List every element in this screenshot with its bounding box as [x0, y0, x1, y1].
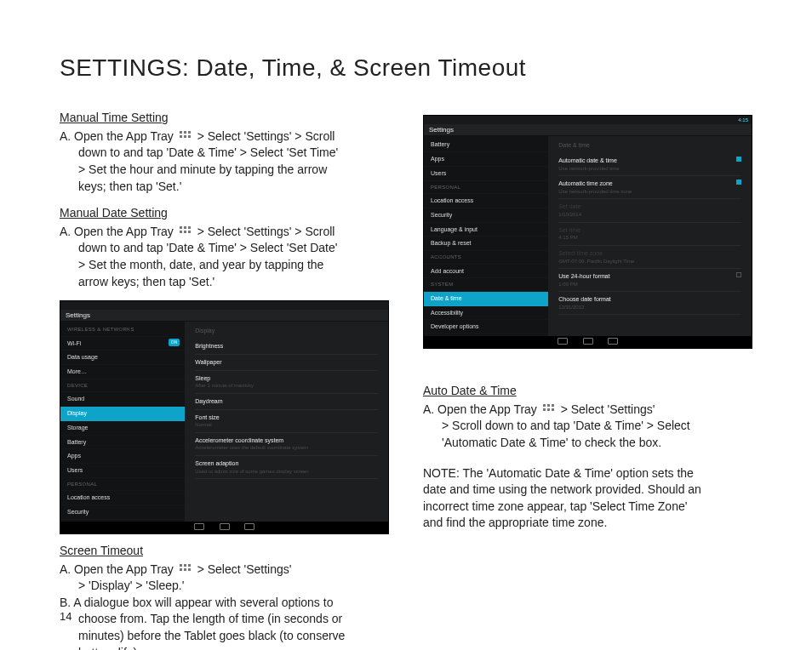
nav-developer[interactable]: Developer options	[424, 320, 548, 334]
manual-date-heading: Manual Date Setting	[60, 205, 389, 222]
home-button[interactable]	[220, 523, 230, 530]
instruction-line: > Scroll down to and tap 'Date & Time' >…	[423, 418, 752, 435]
setting-brightness[interactable]: Brightness	[195, 339, 378, 355]
nav-security[interactable]: Security	[60, 505, 185, 520]
text: A. Open the App Tray	[60, 562, 177, 576]
nav-storage[interactable]: Storage	[60, 421, 185, 436]
content-heading: Date & time	[558, 140, 741, 153]
recent-button[interactable]	[608, 338, 618, 345]
checkbox-icon[interactable]	[736, 180, 741, 185]
nav-category: SYSTEM	[424, 278, 548, 291]
note-line: date and time using the network provided…	[423, 482, 752, 499]
nav-battery[interactable]: Battery	[60, 436, 185, 450]
setting-set-time: Set time4:15 PM	[558, 223, 741, 246]
setting-auto-time-zone[interactable]: Automatic time zoneUse network-provided …	[558, 176, 741, 199]
left-column: Manual Time Setting A. Open the App Tray…	[60, 110, 389, 650]
nav-apps[interactable]: Apps	[60, 449, 185, 464]
nav-location[interactable]: Location access	[60, 491, 185, 505]
manual-time-heading: Manual Time Setting	[60, 110, 389, 127]
nav-data-usage[interactable]: Data usage	[60, 351, 185, 365]
app-tray-icon	[179, 130, 192, 142]
nav-security[interactable]: Security	[424, 208, 548, 223]
instruction-line: battery life).	[60, 645, 389, 650]
setting-24-hour[interactable]: Use 24-hour format1:00 PM	[558, 269, 741, 292]
text: > Select 'Settings'	[197, 562, 292, 576]
checkbox-icon[interactable]	[736, 157, 741, 162]
setting-wallpaper[interactable]: Wallpaper	[195, 355, 378, 371]
instruction-line: down to and tap 'Date & Time' > Select '…	[60, 145, 389, 162]
text: > Select 'Settings' > Scroll	[197, 225, 335, 238]
nav-language[interactable]: Language & input	[424, 223, 548, 237]
instruction-line: minutes) before the Tablet goes black (t…	[60, 628, 389, 645]
instruction-line: B. A dialogue box will appear with sever…	[60, 595, 389, 612]
instruction-line: keys; then tap 'Set.'	[60, 179, 389, 196]
content-heading: Display	[195, 325, 378, 339]
setting-accelerometer[interactable]: Accelerometer coordinate systemAccelerom…	[195, 433, 378, 456]
nav-backup[interactable]: Backup & reset	[424, 237, 548, 251]
settings-nav: WIRELESS & NETWORKS Wi-FiON Data usage M…	[60, 322, 185, 522]
nav-users[interactable]: Users	[424, 167, 548, 181]
app-tray-icon	[542, 403, 556, 415]
text: A. Open the App Tray	[423, 402, 540, 416]
nav-apps[interactable]: Apps	[424, 152, 548, 167]
app-tray-icon	[179, 563, 192, 575]
nav-location[interactable]: Location access	[424, 194, 548, 208]
home-button[interactable]	[583, 338, 593, 345]
nav-category: WIRELESS & NETWORKS	[60, 323, 185, 336]
note-line: NOTE: The 'Automatic Date & Time' option…	[423, 465, 752, 482]
note-block: NOTE: The 'Automatic Date & Time' option…	[423, 465, 752, 532]
nav-display[interactable]: Display	[60, 407, 185, 421]
status-time: 4:15	[738, 117, 748, 123]
nav-battery[interactable]: Battery	[424, 138, 548, 152]
screen-timeout-instructions: A. Open the App Tray > Select 'Settings'…	[60, 562, 389, 650]
recent-button[interactable]	[244, 523, 254, 530]
setting-date-format[interactable]: Choose date format12/31/2013	[558, 292, 741, 315]
page-title: SETTINGS: Date, Time, & Screen Timeout	[60, 51, 752, 84]
nav-more[interactable]: More…	[60, 365, 185, 379]
setting-font-size[interactable]: Font sizeNormal	[195, 410, 378, 433]
setting-auto-date-time[interactable]: Automatic date & timeUse network-provide…	[558, 153, 741, 176]
back-button[interactable]	[194, 523, 204, 530]
nav-add-account[interactable]: Add account	[424, 265, 548, 279]
settings-title-bar: Settings	[424, 124, 752, 136]
nav-sound[interactable]: Sound	[60, 392, 185, 407]
setting-sleep[interactable]: SleepAfter 1 minute of inactivity	[195, 371, 378, 394]
manual-date-instructions: A. Open the App Tray > Select 'Settings'…	[60, 224, 389, 290]
nav-category: ACCOUNTS	[424, 251, 548, 264]
app-tray-icon	[179, 225, 192, 237]
instruction-line: > Set the month, date, and year by tappi…	[60, 257, 389, 274]
nav-date-time[interactable]: Date & time	[424, 292, 548, 306]
navigation-bar	[60, 522, 388, 533]
nav-category: DEVICE	[60, 379, 185, 392]
instruction-line: A. Open the App Tray > Select 'Settings'…	[60, 224, 389, 241]
page-number: 14	[60, 609, 71, 624]
text: > Select 'Settings'	[561, 402, 655, 416]
nav-category: PERSONAL	[60, 478, 185, 491]
auto-date-time-heading: Auto Date & Time	[423, 383, 752, 400]
status-bar	[60, 301, 388, 310]
instruction-line: arrow keys; then tap 'Set.'	[60, 274, 389, 291]
text: A. Open the App Tray	[60, 225, 177, 238]
instruction-line: > 'Display' > 'Sleep.'	[60, 578, 389, 595]
nav-accessibility[interactable]: Accessibility	[424, 306, 548, 321]
wifi-toggle-on[interactable]: ON	[169, 339, 180, 346]
setting-select-time-zone: Select time zoneGMT-07:00, Pacific Dayli…	[558, 246, 741, 269]
instruction-line: A. Open the App Tray > Select 'Settings'	[423, 402, 752, 419]
nav-users[interactable]: Users	[60, 464, 185, 478]
status-bar: 4:15	[424, 116, 752, 124]
back-button[interactable]	[558, 338, 568, 345]
manual-time-instructions: A. Open the App Tray > Select 'Settings'…	[60, 128, 389, 195]
nav-wifi[interactable]: Wi-FiON	[60, 337, 185, 351]
screenshot-date-time-settings: 4:15 Settings Battery Apps Users PERSONA…	[423, 115, 752, 349]
screen-timeout-heading: Screen Timeout	[60, 543, 389, 560]
instruction-line: > Set the hour and minute by tapping the…	[60, 162, 389, 179]
right-column: 4:15 Settings Battery Apps Users PERSONA…	[423, 110, 752, 650]
setting-daydream[interactable]: Daydream	[195, 394, 378, 410]
settings-title-bar: Settings	[60, 310, 388, 322]
instruction-line: down to and tap 'Date & Time' > Select '…	[60, 240, 389, 257]
checkbox-icon[interactable]	[736, 272, 741, 277]
settings-content: Display Brightness Wallpaper SleepAfter …	[185, 322, 388, 522]
settings-nav: Battery Apps Users PERSONAL Location acc…	[424, 136, 548, 336]
setting-screen-adaption[interactable]: Screen adaptionUsed to adjust size of so…	[195, 456, 378, 479]
instruction-line: A. Open the App Tray > Select 'Settings'…	[60, 128, 389, 145]
